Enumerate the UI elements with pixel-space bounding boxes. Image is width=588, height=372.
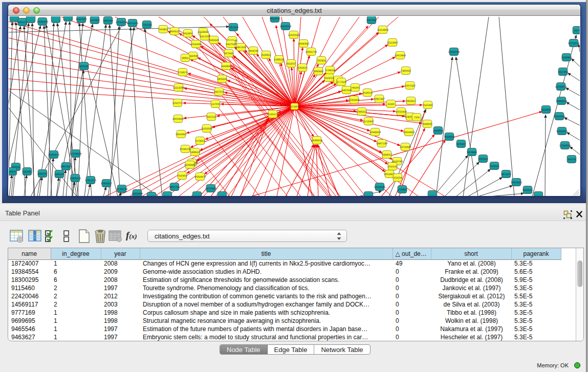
svg-text:8322037: 8322037 — [286, 62, 296, 65]
svg-text:116753: 116753 — [568, 158, 576, 161]
svg-text:10958107: 10958107 — [101, 182, 112, 185]
svg-text:15720407: 15720407 — [363, 120, 374, 123]
svg-text:9699695: 9699695 — [422, 123, 432, 126]
svg-text:16154808: 16154808 — [377, 29, 388, 32]
svg-text:16671355: 16671355 — [127, 22, 138, 25]
svg-text:9327508: 9327508 — [226, 43, 235, 46]
svg-text:8471676: 8471676 — [501, 173, 511, 176]
svg-text:19756928: 19756928 — [400, 146, 411, 149]
svg-text:7485063: 7485063 — [401, 70, 410, 73]
svg-text:5578352: 5578352 — [195, 140, 205, 143]
svg-text:17957275: 17957275 — [85, 179, 96, 182]
svg-text:10046798: 10046798 — [180, 148, 191, 151]
svg-text:3624554: 3624554 — [362, 92, 372, 95]
svg-text:5498222: 5498222 — [190, 151, 200, 154]
svg-text:12325419: 12325419 — [288, 34, 299, 37]
svg-text:19218506: 19218506 — [280, 25, 291, 28]
svg-text:10973493: 10973493 — [395, 54, 406, 57]
svg-text:17359924: 17359924 — [70, 152, 81, 156]
svg-text:19166827: 19166827 — [176, 133, 187, 136]
svg-text:2803144: 2803144 — [217, 78, 227, 81]
svg-text:12213967: 12213967 — [387, 41, 398, 45]
svg-text:10719155: 10719155 — [116, 21, 127, 24]
svg-text:7986322: 7986322 — [357, 111, 366, 114]
svg-text:10654112: 10654112 — [511, 181, 522, 184]
svg-text:8215953: 8215953 — [541, 108, 551, 112]
svg-text:9384067: 9384067 — [382, 154, 391, 157]
svg-text:19654923: 19654923 — [403, 131, 415, 134]
svg-text:1362615: 1362615 — [297, 67, 307, 70]
svg-text:1733426: 1733426 — [397, 188, 407, 191]
svg-text:12093873: 12093873 — [555, 85, 567, 89]
svg-text:7504: 7504 — [414, 116, 420, 119]
svg-text:8427552: 8427552 — [214, 91, 224, 94]
svg-text:62160: 62160 — [387, 103, 395, 106]
svg-text:14099489: 14099489 — [184, 164, 195, 167]
svg-text:746266: 746266 — [351, 86, 360, 90]
svg-text:1872400: 1872400 — [290, 105, 299, 108]
svg-text:13716485: 13716485 — [205, 187, 216, 190]
svg-text:8813054: 8813054 — [270, 17, 279, 20]
svg-text:16914479: 16914479 — [194, 176, 206, 179]
svg-text:2605334: 2605334 — [79, 65, 89, 68]
svg-text:7663822: 7663822 — [158, 28, 168, 31]
svg-text:252254: 252254 — [394, 177, 402, 180]
svg-text:19384554: 19384554 — [311, 139, 322, 142]
svg-text:8990448: 8990448 — [313, 70, 323, 73]
svg-text:8938928: 8938928 — [444, 136, 454, 139]
svg-text:8912954: 8912954 — [183, 32, 192, 35]
svg-text:9245652: 9245652 — [522, 189, 532, 192]
svg-text:6879197: 6879197 — [456, 143, 466, 146]
svg-text:12975115: 12975115 — [404, 84, 416, 87]
svg-text:12213389: 12213389 — [173, 86, 184, 90]
svg-text:12444154: 12444154 — [556, 100, 567, 103]
svg-text:14136141: 14136141 — [374, 186, 385, 189]
svg-text:10688609: 10688609 — [369, 131, 381, 134]
svg-text:10543362: 10543362 — [190, 43, 202, 46]
svg-text:12905135: 12905135 — [70, 177, 81, 180]
svg-text:10025438: 10025438 — [396, 111, 407, 114]
svg-text:18640910: 18640910 — [298, 42, 309, 46]
svg-text:7625402: 7625402 — [177, 174, 187, 178]
svg-text:9227342: 9227342 — [558, 71, 568, 74]
svg-text:15692971: 15692971 — [556, 130, 568, 133]
svg-text:20691406: 20691406 — [37, 20, 48, 24]
svg-text:9115460: 9115460 — [423, 104, 433, 107]
svg-text:3875685: 3875685 — [224, 52, 233, 55]
svg-text:20206576: 20206576 — [48, 154, 59, 157]
svg-text:18807299: 18807299 — [376, 142, 387, 145]
svg-text:9242848: 9242848 — [221, 65, 231, 68]
svg-text:3267130: 3267130 — [206, 116, 216, 119]
svg-text:12923448: 12923448 — [132, 192, 143, 195]
svg-text:8454749: 8454749 — [248, 50, 258, 53]
svg-text:2967608: 2967608 — [236, 46, 246, 49]
svg-text:15300275: 15300275 — [267, 113, 278, 116]
svg-text:6497568: 6497568 — [341, 89, 351, 92]
svg-text:2942787: 2942787 — [37, 172, 47, 176]
svg-text:7632621: 7632621 — [489, 165, 499, 168]
svg-text:8660123: 8660123 — [169, 30, 179, 33]
svg-text:19975867: 19975867 — [60, 165, 72, 168]
svg-text:9529966: 9529966 — [561, 56, 571, 59]
svg-text:2935114: 2935114 — [478, 158, 488, 161]
svg-text:1010755: 1010755 — [172, 102, 182, 105]
svg-text:6794028: 6794028 — [325, 69, 335, 72]
svg-text:7357224: 7357224 — [228, 26, 238, 29]
svg-text:10655267: 10655267 — [76, 18, 87, 21]
svg-text:1145194: 1145194 — [55, 173, 64, 176]
svg-text:217006: 217006 — [211, 103, 220, 106]
svg-text:1640954: 1640954 — [433, 129, 443, 133]
svg-text:2087682: 2087682 — [366, 19, 376, 22]
svg-text:19654985: 19654985 — [172, 118, 184, 121]
svg-text:17016504: 17016504 — [559, 144, 571, 147]
svg-text:9857791: 9857791 — [169, 186, 179, 189]
svg-text:10648784: 10648784 — [448, 51, 460, 54]
svg-text:6466160: 6466160 — [103, 19, 113, 23]
svg-text:11174: 11174 — [574, 29, 580, 32]
svg-text:16961758: 16961758 — [306, 51, 317, 54]
svg-text:15751074: 15751074 — [568, 42, 579, 45]
svg-text:1527602: 1527602 — [90, 19, 99, 22]
svg-text:1115682: 1115682 — [23, 170, 32, 173]
svg-text:98901: 98901 — [182, 57, 189, 60]
svg-text:1588520: 1588520 — [274, 58, 284, 61]
